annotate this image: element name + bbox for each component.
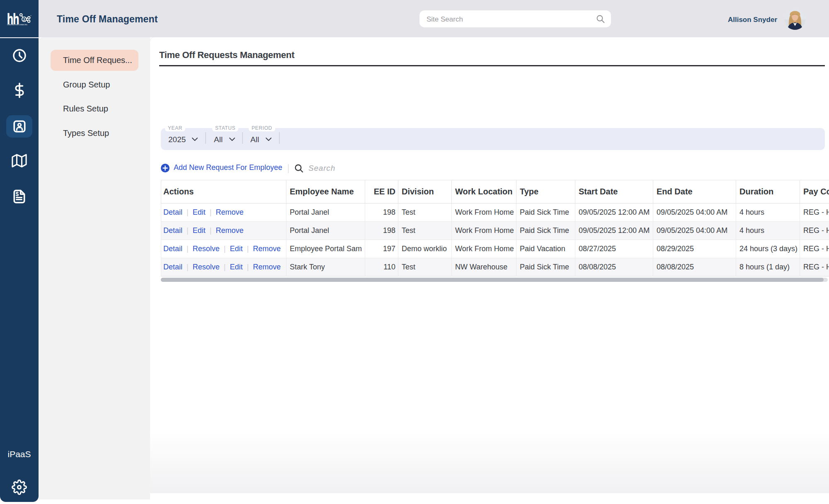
svg-text:2: 2 bbox=[23, 17, 25, 22]
svg-text:$: $ bbox=[16, 191, 19, 197]
svg-text:CONSTRUCTION CONNECTED: CONSTRUCTION CONNECTED bbox=[7, 24, 27, 26]
